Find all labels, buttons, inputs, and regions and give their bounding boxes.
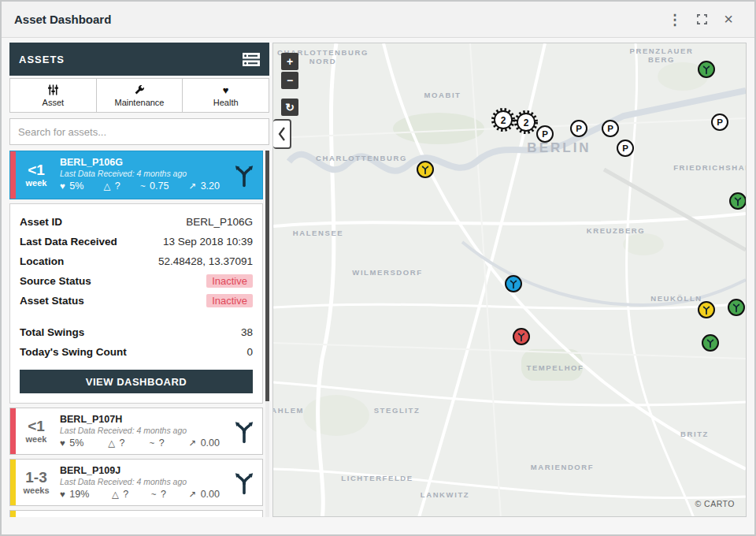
- status-badge: Inactive: [206, 274, 253, 288]
- switch-marker-blue[interactable]: [505, 275, 522, 292]
- switch-icon: [226, 408, 262, 454]
- switch-icon: [226, 460, 262, 505]
- point-marker[interactable]: P: [711, 114, 728, 131]
- close-icon[interactable]: ×: [715, 8, 742, 32]
- detail-value: BERL_P106G: [186, 216, 253, 228]
- detail-row: Asset IDBERL_P106G: [20, 212, 253, 232]
- detail-row: Today's Swing Count0: [20, 342, 253, 362]
- delta-icon: △: [108, 438, 115, 448]
- severity-strip: [10, 408, 16, 454]
- stat-value: 0.00: [198, 489, 220, 500]
- stat: ♥ 19%: [60, 489, 89, 500]
- detail-row: Total Swings38: [20, 322, 253, 342]
- stat-value: 5%: [67, 437, 84, 449]
- tab-asset[interactable]: Asset: [10, 79, 97, 112]
- window-header: Asset Dashboard ⋮ ×: [2, 2, 754, 38]
- delta-icon: △: [112, 489, 119, 499]
- stat: ↗ 0.00: [189, 437, 220, 449]
- age-unit: weeks: [16, 486, 57, 495]
- switch-marker-green[interactable]: [702, 334, 719, 352]
- switch-marker-yellow[interactable]: [417, 161, 434, 178]
- assets-sidebar: ASSETS: [9, 43, 269, 517]
- asset-card[interactable]: <1 week BERL_P106G Last Data Received: 4…: [9, 151, 263, 199]
- stat: ↗ 3.20: [189, 181, 220, 192]
- asset-details-panel: Asset IDBERL_P106GLast Data Received13 S…: [9, 203, 263, 404]
- stat: △ ?: [112, 489, 128, 500]
- detail-value: 52.48428, 13.37091: [158, 255, 253, 267]
- stat: △ ?: [108, 437, 124, 449]
- severity-strip: [10, 511, 16, 517]
- stat: ♥ 5%: [60, 437, 83, 449]
- detail-row: Asset StatusInactive: [20, 291, 253, 311]
- health-icon: ♥: [60, 438, 65, 448]
- asset-stats: ♥ 5%△ ?~ ?↗ 0.00: [60, 437, 224, 449]
- last-data-received: Last Data Received: 4 months ago: [60, 477, 224, 486]
- cluster-marker[interactable]: 2: [491, 107, 516, 132]
- detail-label: Location: [20, 255, 64, 267]
- view-dashboard-button[interactable]: VIEW DASHBOARD: [20, 370, 253, 393]
- tab-maintenance[interactable]: Maintenance: [97, 79, 183, 112]
- detail-value: 13 Sep 2018 10:39: [163, 236, 253, 248]
- health-icon: ♥: [60, 489, 65, 499]
- point-marker[interactable]: P: [570, 120, 587, 137]
- asset-card[interactable]: 1-3 weeks BERL_P109J Last Data Received:…: [9, 459, 263, 506]
- tab-health-label: Health: [213, 98, 239, 107]
- zoom-out-button[interactable]: −: [281, 72, 298, 89]
- switch-icon: [226, 151, 262, 199]
- point-marker[interactable]: P: [536, 125, 554, 143]
- switch-marker-red[interactable]: [513, 328, 530, 345]
- stat: ~ 0.75: [140, 181, 169, 192]
- svg-text:2: 2: [501, 115, 506, 126]
- detail-label: Asset ID: [20, 216, 62, 228]
- detail-label: Today's Swing Count: [20, 346, 127, 358]
- severity-strip: [10, 151, 16, 199]
- tab-health[interactable]: ♥ Health: [183, 79, 269, 112]
- switch-marker-green[interactable]: [698, 61, 715, 78]
- svg-text:2: 2: [524, 117, 529, 128]
- stat-value: 0.75: [147, 181, 169, 192]
- stat: ♥ 5%: [60, 181, 83, 192]
- age-unit: week: [16, 178, 57, 188]
- age-value: 1-3: [16, 470, 57, 486]
- map[interactable]: CHARLOTTENBURG NORDMOABITPRENZLAUER BERG…: [272, 43, 747, 517]
- asset-card[interactable]: <1 week BERL_P107H Last Data Received: 4…: [9, 408, 263, 455]
- list-view-icon[interactable]: [243, 52, 260, 67]
- point-marker[interactable]: P: [617, 140, 634, 157]
- sidebar-tabs: Asset Maintenance ♥ Health: [9, 78, 269, 113]
- wave-icon: ~: [140, 181, 146, 191]
- stat: ~ ?: [149, 437, 164, 449]
- age-unit: week: [16, 434, 57, 444]
- tab-maintenance-label: Maintenance: [115, 98, 165, 107]
- age-value: <1: [16, 162, 57, 178]
- asset-id: BERL_P109J: [60, 465, 224, 476]
- tune-icon: [47, 84, 59, 96]
- asset-stats: ♥ 5%△ ?~ 0.75↗ 3.20: [60, 181, 224, 192]
- collapse-sidebar-button[interactable]: [273, 119, 291, 149]
- health-icon: ♥: [60, 181, 65, 191]
- stat-value: 3.20: [198, 181, 220, 192]
- asset-id: BERL_P105F: [60, 516, 224, 517]
- asset-card[interactable]: 1-3 weeks BERL_P105F Last Data Received:…: [9, 510, 263, 517]
- reset-view-button[interactable]: ↻: [281, 99, 298, 116]
- switch-marker-green[interactable]: [729, 192, 747, 210]
- fullscreen-icon[interactable]: [688, 8, 715, 32]
- tab-asset-label: Asset: [43, 98, 65, 107]
- search-input[interactable]: [9, 118, 269, 145]
- point-marker[interactable]: P: [602, 120, 619, 137]
- status-badge: Inactive: [206, 294, 253, 307]
- stat-value: ?: [156, 437, 164, 449]
- zoom-in-button[interactable]: +: [281, 53, 298, 70]
- age-value: <1: [16, 419, 57, 434]
- cluster-marker[interactable]: 2: [513, 110, 539, 135]
- switch-marker-green[interactable]: [728, 299, 745, 316]
- detail-label: Asset Status: [20, 295, 84, 307]
- detail-row: Location52.48428, 13.37091: [20, 251, 253, 271]
- switch-marker-yellow[interactable]: [698, 301, 715, 318]
- stat-value: 5%: [67, 181, 84, 192]
- sidebar-scrollbar-track[interactable]: [265, 151, 269, 517]
- heart-icon: ♥: [223, 84, 229, 96]
- kebab-menu-icon[interactable]: ⋮: [662, 8, 688, 32]
- sidebar-scrollbar-thumb[interactable]: [265, 151, 269, 401]
- stat-value: 0.00: [198, 437, 220, 449]
- last-data-received: Last Data Received: 4 months ago: [60, 426, 224, 435]
